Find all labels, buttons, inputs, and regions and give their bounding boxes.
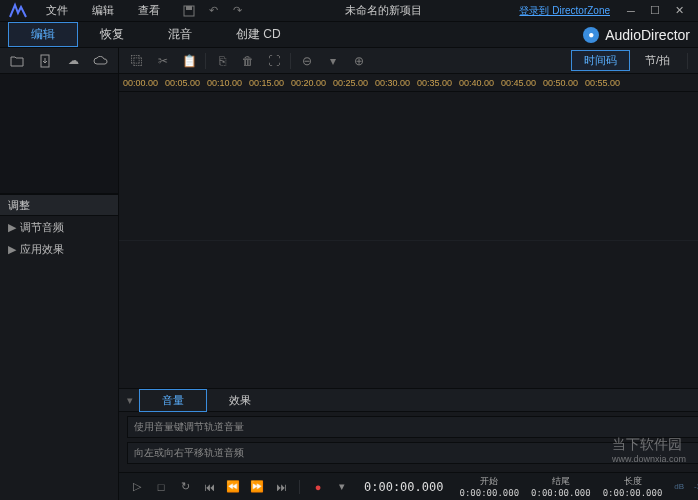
brand-label: AudioDirector — [605, 27, 690, 43]
right-panel: ⿻ ✂ 📋 ⎘ 🗑 ⛶ ⊖ ▾ ⊕ 时间码 节/拍 〰 ▦ ◫ 00:00.00… — [119, 48, 698, 500]
directorzone-link[interactable]: 登录到 DirectorZone — [519, 4, 610, 18]
mode-tabs: 编辑 恢复 混音 创建 CD ● AudioDirector — [0, 22, 698, 48]
import-file-icon[interactable] — [36, 52, 54, 70]
svg-rect-1 — [186, 6, 192, 10]
section-adjust: 调整 — [0, 194, 118, 216]
rewind-button[interactable]: ⏪ — [223, 477, 243, 497]
tab-volume[interactable]: 音量 — [139, 389, 207, 412]
crop-icon[interactable]: ⛶ — [262, 51, 286, 71]
transport-time[interactable]: 0:00:00.000 — [364, 480, 443, 494]
maximize-button[interactable]: ☐ — [644, 3, 666, 19]
brand: ● AudioDirector — [583, 27, 690, 43]
mode-create-cd[interactable]: 创建 CD — [214, 23, 303, 46]
mode-mix[interactable]: 混音 — [146, 23, 214, 46]
brand-icon: ● — [583, 27, 599, 43]
close-button[interactable]: ✕ — [668, 3, 690, 19]
play-button[interactable]: ▷ — [127, 477, 147, 497]
zoom-in-icon[interactable]: ⊕ — [347, 51, 371, 71]
download-cloud-icon[interactable]: ☁ — [64, 52, 82, 70]
cloud-icon[interactable] — [92, 52, 110, 70]
main: ☁ 调整 ▶调节音频 ▶应用效果 ⿻ ✂ 📋 ⎘ 🗑 ⛶ ⊖ ▾ ⊕ 时间码 节… — [0, 48, 698, 500]
separator — [205, 53, 206, 69]
lane-hint: 向左或向右平移轨道音频 — [134, 446, 244, 460]
library-area[interactable] — [0, 74, 118, 194]
lower-tabs: ▾ 音量 效果 — [119, 388, 698, 412]
stop-button[interactable]: □ — [151, 477, 171, 497]
cut-icon[interactable]: ✂ — [151, 51, 175, 71]
ruler-tick: 00:55.00 — [585, 78, 620, 88]
copy-icon[interactable]: ⿻ — [125, 51, 149, 71]
ruler-tick: 00:05.00 — [165, 78, 200, 88]
edit-toolbar: ⿻ ✂ 📋 ⎘ 🗑 ⛶ ⊖ ▾ ⊕ 时间码 节/拍 〰 ▦ ◫ — [119, 48, 698, 74]
field-value: 0:00:00.000 — [459, 488, 519, 498]
separator — [687, 53, 688, 69]
loop-button[interactable]: ↻ — [175, 477, 195, 497]
ruler-tick: 00:10.00 — [207, 78, 242, 88]
ruler-tick: 00:50.00 — [543, 78, 578, 88]
ruler-tick: 00:40.00 — [459, 78, 494, 88]
field-value: 0:00:00.000 — [531, 488, 591, 498]
library-toolbar: ☁ — [0, 48, 118, 74]
menu-view[interactable]: 查看 — [128, 1, 170, 20]
paste-icon[interactable]: 📋 — [177, 51, 201, 71]
tree-label: 应用效果 — [20, 242, 64, 257]
delete-icon[interactable]: 🗑 — [236, 51, 260, 71]
project-title: 未命名的新项目 — [248, 3, 519, 18]
transport-bar: ▷ □ ↻ ⏮ ⏪ ⏩ ⏭ ● ▾ 0:00:00.000 开始 0:00:00… — [119, 472, 698, 500]
window-buttons: ─ ☐ ✕ — [620, 3, 690, 19]
tree-label: 调节音频 — [20, 220, 64, 235]
time-ruler[interactable]: 00:00.00 00:05.00 00:10.00 00:15.00 00:2… — [119, 74, 698, 92]
ruler-tick: 00:15.00 — [249, 78, 284, 88]
app-logo — [8, 1, 28, 21]
tree-arrow-icon: ▶ — [8, 243, 16, 256]
tree-arrow-icon: ▶ — [8, 221, 16, 234]
ruler-tick: 00:00.00 — [123, 78, 158, 88]
ruler-tick: 00:20.00 — [291, 78, 326, 88]
record-dropdown-icon[interactable]: ▾ — [332, 477, 352, 497]
waveform-icon[interactable]: 〰 — [692, 51, 698, 71]
minimize-button[interactable]: ─ — [620, 3, 642, 19]
lane-hint: 使用音量键调节轨道音量 — [134, 420, 244, 434]
field-value: 0:00:00.000 — [603, 488, 663, 498]
skip-end-button[interactable]: ⏭ — [271, 477, 291, 497]
separator — [290, 53, 291, 69]
beats-tab[interactable]: 节/拍 — [632, 50, 683, 71]
menu-bar: 文件 编辑 查看 — [36, 1, 170, 20]
field-label: 开始 — [480, 475, 498, 488]
left-panel: ☁ 调整 ▶调节音频 ▶应用效果 — [0, 48, 119, 500]
zoom-dropdown-icon[interactable]: ▾ — [321, 51, 345, 71]
db-label: dB — [674, 482, 684, 491]
tree-adjust-audio[interactable]: ▶调节音频 — [0, 216, 118, 238]
titlebar-icons: ↶ ↷ — [178, 1, 248, 21]
timecode-tab[interactable]: 时间码 — [571, 50, 630, 71]
redo-icon[interactable]: ↷ — [226, 1, 248, 21]
import-folder-icon[interactable] — [8, 52, 26, 70]
mode-edit[interactable]: 编辑 — [8, 22, 78, 47]
control-area: 使用音量键调节轨道音量 向左或向右平移轨道音频 12 0 dB L R — [119, 412, 698, 472]
zoom-out-icon[interactable]: ⊖ — [295, 51, 319, 71]
separator — [299, 480, 300, 494]
insert-icon[interactable]: ⎘ — [210, 51, 234, 71]
record-button[interactable]: ● — [308, 477, 328, 497]
tree-apply-effect[interactable]: ▶应用效果 — [0, 238, 118, 260]
control-rows: 使用音量键调节轨道音量 向左或向右平移轨道音频 — [127, 416, 698, 468]
volume-lane[interactable]: 使用音量键调节轨道音量 — [127, 416, 698, 438]
grid-line — [119, 240, 698, 241]
tab-effects[interactable]: 效果 — [207, 390, 273, 411]
skip-start-button[interactable]: ⏮ — [199, 477, 219, 497]
menu-edit[interactable]: 编辑 — [82, 1, 124, 20]
field-end[interactable]: 结尾 0:00:00.000 — [531, 475, 591, 498]
undo-icon[interactable]: ↶ — [202, 1, 224, 21]
waveform-canvas[interactable] — [119, 92, 698, 388]
forward-button[interactable]: ⏩ — [247, 477, 267, 497]
menu-file[interactable]: 文件 — [36, 1, 78, 20]
save-icon[interactable] — [178, 1, 200, 21]
pan-lane[interactable]: 向左或向右平移轨道音频 — [127, 442, 698, 464]
ruler-tick: 00:45.00 — [501, 78, 536, 88]
db-label: -36 — [694, 482, 698, 491]
ruler-tick: 00:30.00 — [375, 78, 410, 88]
field-length[interactable]: 长度 0:00:00.000 — [603, 475, 663, 498]
field-start[interactable]: 开始 0:00:00.000 — [459, 475, 519, 498]
mode-restore[interactable]: 恢复 — [78, 23, 146, 46]
collapse-icon[interactable]: ▾ — [127, 394, 133, 407]
